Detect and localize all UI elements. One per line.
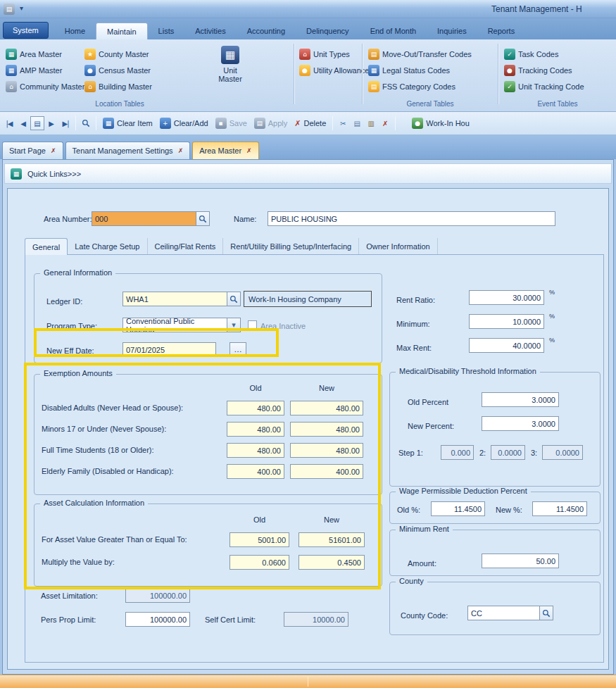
copy-icon[interactable] bbox=[350, 116, 364, 130]
close-tab-icon[interactable] bbox=[178, 147, 184, 154]
nav-first-button[interactable] bbox=[2, 116, 16, 130]
minimum-rent-amount-field[interactable]: 50.00 bbox=[482, 553, 559, 568]
ribbon-item-fss-category-codes[interactable]: FSS Category Codes bbox=[368, 80, 455, 93]
asset-limitation-field: 100000.00 bbox=[125, 588, 190, 603]
ribbon-tab-activities[interactable]: Activities bbox=[184, 23, 236, 39]
group-caption: Asset Calculation Information bbox=[40, 499, 148, 507]
delete-button[interactable]: Delete bbox=[291, 118, 329, 130]
tab-start-page[interactable]: Start Page bbox=[2, 142, 63, 159]
county-search-button[interactable] bbox=[539, 606, 553, 620]
exemption-old-field[interactable]: 400.00 bbox=[227, 464, 284, 479]
ribbon-item-building-master[interactable]: Building Master bbox=[84, 80, 152, 93]
ribbon-item-amp-master[interactable]: AMP Master bbox=[6, 64, 62, 77]
ledger-id-field[interactable]: WHA1 bbox=[122, 292, 241, 306]
area-number-field[interactable]: 000 bbox=[92, 211, 210, 226]
amount-label: Amount: bbox=[408, 558, 436, 568]
area-inactive-checkbox[interactable] bbox=[248, 320, 257, 330]
exemption-old-field[interactable]: 480.00 bbox=[227, 401, 284, 415]
paste-icon[interactable] bbox=[364, 116, 378, 130]
exemption-old-field[interactable]: 480.00 bbox=[227, 422, 284, 437]
dropdown-caret-icon[interactable] bbox=[227, 318, 240, 332]
self-cert-limit-field: 10000.00 bbox=[284, 612, 348, 627]
nav-form-view-button[interactable] bbox=[30, 116, 44, 130]
max-rent-field[interactable]: 40.0000 bbox=[469, 338, 544, 353]
ribbon-item-census-master[interactable]: Census Master bbox=[84, 64, 151, 77]
name-field[interactable]: PUBLIC HOUSING bbox=[268, 211, 555, 226]
pers-prop-limit-field[interactable]: 100000.00 bbox=[125, 612, 190, 627]
ribbon-tab-home[interactable]: Home bbox=[54, 23, 96, 39]
ribbon-tab-reports[interactable]: Reports bbox=[477, 23, 526, 39]
program-type-select[interactable]: Conventional Public Housing bbox=[122, 318, 241, 332]
form-tab-general[interactable]: General bbox=[25, 238, 68, 255]
new-eff-date-field[interactable]: 07/01/2025 bbox=[122, 342, 216, 357]
close-record-icon[interactable] bbox=[378, 116, 392, 130]
exemption-new-field[interactable]: 480.00 bbox=[290, 422, 363, 437]
save-button[interactable]: Save bbox=[212, 116, 251, 130]
asset-limitation-label: Asset Limitation: bbox=[41, 591, 98, 601]
form-tab-ceiling-flat-rents[interactable]: Ceiling/Flat Rents bbox=[148, 238, 224, 254]
ribbon-item-county-master[interactable]: County Master bbox=[84, 48, 149, 61]
program-type-label: Program Type: bbox=[46, 321, 97, 331]
exemption-new-field[interactable]: 480.00 bbox=[290, 443, 363, 458]
form-tab-late-charge-setup[interactable]: Late Charge Setup bbox=[68, 238, 147, 254]
delete-icon bbox=[294, 119, 301, 128]
nav-next-button[interactable] bbox=[44, 116, 58, 130]
ledger-search-button[interactable] bbox=[227, 292, 240, 306]
ribbon-item-community-master[interactable]: Community Master bbox=[6, 80, 84, 93]
search-button[interactable] bbox=[79, 116, 93, 130]
tab-tenant-management-settings[interactable]: Tenant Management Settings bbox=[65, 142, 191, 159]
form-tab-rent-utility-billing[interactable]: Rent/Utility Billing Setup/Interfacing bbox=[223, 238, 359, 254]
quick-access-caret-icon[interactable] bbox=[20, 4, 23, 12]
exemption-old-field[interactable]: 480.00 bbox=[227, 443, 284, 458]
wage-old-field[interactable]: 11.4500 bbox=[431, 501, 485, 516]
old-percent-field[interactable]: 3.0000 bbox=[482, 392, 559, 407]
apply-button[interactable]: Apply bbox=[251, 116, 291, 130]
ribbon-item-task-codes[interactable]: Task Codes bbox=[504, 48, 558, 61]
asset-row-label: For Asset Value Greater Than or Equal To… bbox=[42, 534, 187, 544]
ribbon-tab-maintain[interactable]: Maintain bbox=[96, 23, 148, 39]
new-percent-label: New Percent: bbox=[408, 421, 454, 431]
ribbon-tab-inquiries[interactable]: Inquiries bbox=[427, 23, 477, 39]
minimum-field[interactable]: 10.0000 bbox=[469, 314, 544, 329]
ribbon-item-area-master[interactable]: Area Master bbox=[6, 48, 62, 61]
ribbon-item-unit-master[interactable]: Unit Master bbox=[211, 42, 249, 107]
exemption-new-field[interactable]: 400.00 bbox=[290, 464, 363, 479]
clear-add-button[interactable]: Clear/Add bbox=[156, 116, 212, 130]
asset-new-field[interactable]: 51601.00 bbox=[298, 532, 365, 547]
ribbon-item-tracking-codes[interactable]: Tracking Codes bbox=[504, 64, 572, 77]
work-in-housing-button[interactable]: Work-In Hou bbox=[408, 116, 473, 130]
ribbon-tab-end-of-month[interactable]: End of Month bbox=[360, 23, 427, 39]
ribbon-tab-delinquency[interactable]: Delinquency bbox=[296, 23, 360, 39]
new-percent-field[interactable]: 3.0000 bbox=[482, 416, 559, 431]
eff-date-ellipsis-button[interactable] bbox=[230, 342, 246, 357]
system-tab[interactable]: System bbox=[3, 22, 49, 39]
ribbon-item-label: Move-Out/Transfer Codes bbox=[382, 50, 472, 58]
ribbon-item-label: FSS Category Codes bbox=[382, 82, 455, 91]
document-tab-strip: Start Page Tenant Management Settings Ar… bbox=[0, 135, 616, 159]
wage-new-field[interactable]: 11.4500 bbox=[532, 501, 587, 516]
asset-old-field[interactable]: 0.0600 bbox=[230, 555, 289, 570]
close-tab-icon[interactable] bbox=[51, 147, 56, 154]
ribbon-item-legal-status-codes[interactable]: Legal Status Codes bbox=[368, 64, 450, 77]
ribbon-tab-accounting[interactable]: Accounting bbox=[237, 23, 296, 39]
cut-icon[interactable] bbox=[336, 116, 350, 130]
ribbon-tab-lists[interactable]: Lists bbox=[148, 23, 185, 39]
close-tab-icon[interactable] bbox=[246, 147, 252, 154]
tab-area-master[interactable]: Area Master bbox=[192, 142, 258, 159]
exemption-new-field[interactable]: 480.00 bbox=[290, 401, 363, 415]
rent-ratio-field[interactable]: 30.0000 bbox=[469, 290, 544, 305]
form-tab-owner-information[interactable]: Owner Information bbox=[359, 238, 437, 254]
ribbon-item-unit-types[interactable]: Unit Types bbox=[299, 48, 350, 61]
general-information-group: General Information Ledger ID: WHA1 Work… bbox=[34, 273, 382, 363]
area-number-search-button[interactable] bbox=[196, 212, 209, 225]
nav-previous-button[interactable] bbox=[16, 116, 30, 130]
asset-new-field[interactable]: 0.4500 bbox=[298, 555, 365, 570]
quick-links-bar[interactable]: Quick Links>>> bbox=[4, 163, 612, 184]
tab-label: Start Page bbox=[9, 146, 46, 155]
nav-last-button[interactable] bbox=[58, 116, 73, 130]
county-code-field[interactable]: CC bbox=[467, 606, 553, 620]
ribbon-item-unit-tracking-codes[interactable]: Unit Tracking Code bbox=[504, 80, 584, 93]
asset-old-field[interactable]: 5001.00 bbox=[230, 532, 289, 547]
clear-item-button[interactable]: Clear Item bbox=[99, 116, 156, 130]
ribbon-item-moveout-codes[interactable]: Move-Out/Transfer Codes bbox=[368, 48, 472, 61]
